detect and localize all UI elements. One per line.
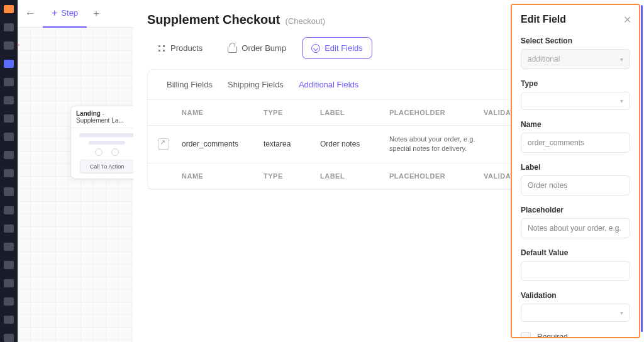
placeholder-label: Placeholder [521, 206, 630, 214]
default-value-input[interactable] [521, 261, 630, 281]
chevron-down-icon: ▾ [620, 309, 623, 316]
tab-additional-fields[interactable]: Additional Fields [291, 70, 366, 99]
cell-name: order_comments [182, 140, 264, 148]
nav-icon-13[interactable] [4, 261, 14, 269]
nav-icon-funnel[interactable] [4, 60, 14, 68]
nav-icon-8[interactable] [4, 169, 14, 177]
nav-icon-14[interactable] [4, 279, 14, 287]
section-label: Select Section [521, 36, 630, 45]
node-title: Landing [76, 110, 101, 117]
nav-icon-7[interactable] [4, 151, 14, 159]
cell-label: Order notes [320, 140, 389, 148]
chevron-down-icon: ▾ [620, 97, 623, 104]
pencil-icon [311, 44, 320, 53]
nav-icon-15[interactable] [4, 297, 14, 306]
grid-icon [157, 43, 166, 53]
nav-icon-16[interactable] [4, 316, 14, 324]
tab-label: Edit Fields [325, 43, 363, 53]
col-name: NAME [182, 109, 264, 116]
nav-icon-9[interactable] [4, 187, 14, 196]
required-label: Required [537, 333, 568, 338]
canvas-topbar: ← +Step + [18, 0, 133, 28]
drawer-title: Edit Field [521, 14, 630, 25]
nav-icon-10[interactable] [4, 206, 14, 214]
page-title: Supplement Checkout [147, 13, 280, 26]
label-label: Label [521, 163, 630, 172]
nav-icon-12[interactable] [4, 243, 14, 251]
validation-label: Validation [521, 291, 630, 300]
nav-icon-2[interactable] [4, 41, 14, 50]
edit-field-drawer: Edit Field ✕ Select Section additional▾ … [511, 4, 640, 338]
col-label: LABEL [320, 109, 389, 116]
col-name: NAME [182, 172, 264, 180]
placeholder-input[interactable] [521, 218, 630, 238]
name-label: Name [521, 120, 630, 129]
label-input[interactable] [521, 175, 630, 196]
type-label: Type [521, 79, 630, 88]
col-type: TYPE [264, 172, 320, 180]
nav-icon-5[interactable] [4, 114, 14, 123]
cell-type: textarea [264, 140, 320, 148]
page-subtitle: (Checkout) [286, 16, 326, 26]
col-placeholder: PLACEHOLDER [389, 109, 484, 116]
node-dot-icon [95, 148, 103, 156]
section-select[interactable]: additional▾ [521, 49, 630, 69]
select-value: additional [528, 55, 560, 63]
required-checkbox-row[interactable]: Required [521, 332, 630, 338]
col-placeholder: PLACEHOLDER [389, 172, 484, 180]
tab-billing-fields[interactable]: Billing Fields [159, 70, 220, 99]
tab-label: Products [170, 43, 203, 53]
nav-icon-17[interactable] [4, 334, 14, 342]
nav-icon-11[interactable] [4, 224, 14, 233]
tab-products[interactable]: Products [147, 37, 212, 59]
checkbox-icon[interactable] [521, 332, 531, 338]
close-icon[interactable]: ✕ [623, 14, 631, 26]
cart-icon [228, 47, 237, 53]
add-step-tab[interactable]: +Step [43, 0, 87, 28]
chevron-down-icon: ▾ [620, 56, 623, 63]
node-preview-bar [79, 133, 135, 137]
tab-shipping-fields[interactable]: Shipping Fields [220, 70, 291, 99]
logo-icon[interactable] [4, 5, 14, 13]
drawer-scrollbar[interactable] [641, 5, 643, 332]
nav-icon-4[interactable] [4, 96, 14, 104]
add-button[interactable]: + [87, 8, 106, 19]
back-button[interactable]: ← [18, 0, 43, 28]
type-select[interactable]: ▾ [521, 92, 630, 110]
drag-handle-icon[interactable] [158, 138, 169, 150]
node-dot-icon [111, 148, 119, 156]
step-label: Step [61, 8, 78, 18]
default-value-label: Default Value [521, 248, 630, 257]
nav-icon-1[interactable] [4, 23, 14, 31]
left-sidebar [0, 0, 18, 342]
node-cta-preview: Call To Action [80, 160, 134, 174]
validation-select[interactable]: ▾ [521, 304, 630, 322]
tab-order-bump[interactable]: Order Bump [218, 37, 296, 59]
cell-placeholder: Notes about your order, e.g. special not… [389, 135, 484, 154]
col-type: TYPE [264, 109, 320, 116]
name-input[interactable] [521, 133, 630, 153]
col-label: LABEL [320, 172, 389, 180]
nav-icon-6[interactable] [4, 133, 14, 141]
nav-icon-3[interactable] [4, 78, 14, 86]
node-preview-bar [89, 141, 126, 145]
tab-edit-fields[interactable]: Edit Fields [302, 37, 372, 59]
tab-label: Order Bump [242, 43, 286, 53]
funnel-node-landing[interactable]: Landing - Supplement La... Call To Actio… [70, 106, 143, 179]
